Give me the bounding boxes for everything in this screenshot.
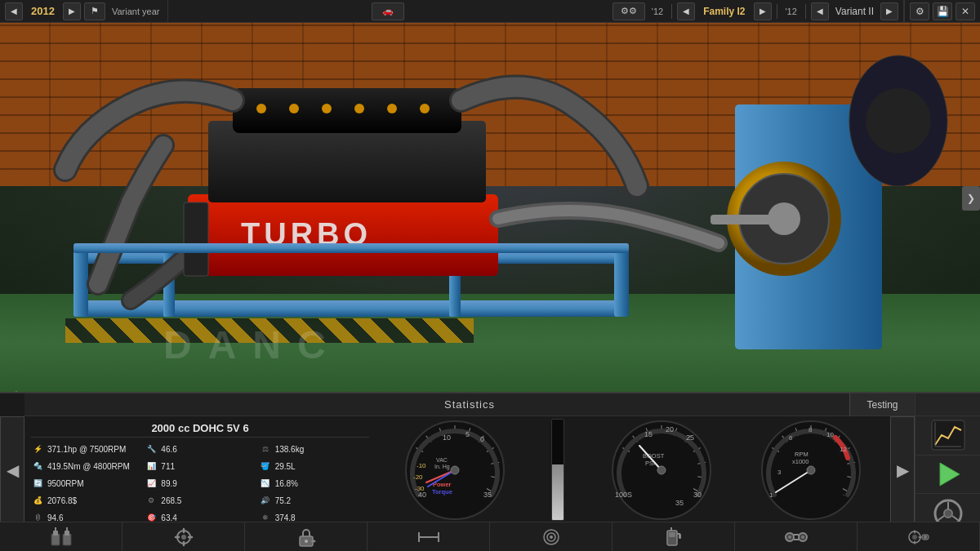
right-scroll-handle[interactable]: ❯ bbox=[962, 186, 980, 211]
separator2 bbox=[777, 4, 777, 19]
val1-value: 46.6 bbox=[161, 445, 176, 454]
svg-text:VAC: VAC bbox=[436, 457, 448, 463]
svg-text:-10: -10 bbox=[416, 462, 426, 469]
hp-icon: ⚡ bbox=[31, 442, 44, 455]
prev-year-btn[interactable]: ◀ bbox=[5, 2, 23, 20]
engine-icon bbox=[174, 527, 194, 547]
tab-dimensions[interactable] bbox=[368, 522, 490, 552]
tab-fuel[interactable] bbox=[612, 522, 735, 552]
separator1 bbox=[671, 4, 672, 19]
pistons-icon bbox=[50, 527, 73, 547]
svg-text:-20: -20 bbox=[413, 473, 423, 481]
graph-btn[interactable] bbox=[915, 416, 980, 455]
volume-icon: 🪣 bbox=[259, 460, 272, 473]
maxrpm-value: 9500RPM bbox=[47, 479, 83, 488]
svg-text:1: 1 bbox=[769, 491, 773, 499]
svg-text:x1000: x1000 bbox=[792, 458, 808, 465]
target-icon bbox=[541, 527, 561, 547]
graph-icon bbox=[930, 419, 966, 451]
spec-weight: ⚖ 138.6kg bbox=[259, 441, 369, 457]
tab-lock[interactable] bbox=[245, 522, 368, 552]
lock-icon bbox=[296, 527, 316, 547]
engine-title: 2000 cc DOHC 5V 6 bbox=[31, 420, 369, 438]
pct-value: 16.8% bbox=[275, 479, 298, 488]
family-section: ⚙⚙ '12 ◀ Family I2 ▶ '12 ◀ Variant II ▶ bbox=[608, 0, 904, 22]
svg-point-68 bbox=[807, 466, 815, 474]
svg-text:12: 12 bbox=[840, 446, 847, 453]
svg-rect-101 bbox=[679, 534, 681, 539]
boost-gauge: BOOST PSI 100S 15 20 25 30 35 bbox=[608, 417, 715, 523]
options-btn[interactable]: ⚑ bbox=[84, 2, 105, 20]
val2-icon: 📊 bbox=[145, 460, 158, 473]
svg-text:10: 10 bbox=[826, 431, 834, 438]
svg-text:3: 3 bbox=[777, 469, 782, 476]
spec-hp: ⚡ 371.1hp @ 7500RPM bbox=[31, 441, 141, 457]
tab-transmission[interactable] bbox=[735, 522, 858, 552]
bottom-panel: Statistics Testing ◀ ▶ 2000 cc DOHC 5V 6… bbox=[0, 392, 980, 551]
gear-btn[interactable]: ⚙ bbox=[910, 2, 929, 20]
save-btn[interactable]: 💾 bbox=[933, 2, 952, 20]
svg-point-25 bbox=[451, 466, 459, 474]
spec-eff: 📈 89.9 bbox=[145, 475, 255, 491]
spec-volume: 🪣 29.5L bbox=[259, 458, 369, 474]
prev-family-btn[interactable]: ◀ bbox=[677, 2, 695, 20]
maxrpm-icon: 🔄 bbox=[31, 477, 44, 490]
svg-text:Torque: Torque bbox=[432, 488, 452, 495]
right-nav-btn[interactable]: ▶ bbox=[890, 416, 915, 523]
power-torque-gauge: 40 10 5 0 35 VAC In. Hg -10 -20 -30 Powe… bbox=[402, 417, 508, 523]
injector-5 bbox=[387, 104, 397, 113]
svg-text:25: 25 bbox=[686, 433, 694, 442]
car-icon-section: 🚗 bbox=[168, 0, 607, 22]
spec-val2: 📊 711 bbox=[145, 458, 255, 474]
tab-bar bbox=[0, 522, 980, 551]
next-family-btn[interactable]: ▶ bbox=[754, 2, 772, 20]
next-variant-btn[interactable]: ▶ bbox=[880, 2, 898, 20]
rpm-gauge-svg: 1 3 6 8 10 12 · RPM x1000 bbox=[758, 417, 864, 523]
svg-text:100S: 100S bbox=[615, 491, 632, 499]
tab-info[interactable] bbox=[858, 522, 980, 552]
weight-value: 138.6kg bbox=[275, 445, 305, 454]
tab-engine[interactable] bbox=[122, 522, 245, 552]
svg-marker-91 bbox=[314, 540, 316, 543]
engine-nav-icon[interactable]: ⚙⚙ bbox=[612, 2, 645, 20]
stats-title: Statistics bbox=[444, 398, 495, 411]
oil-value: 94.6 bbox=[47, 513, 63, 522]
top-bar: ◀ 2012 ▶ ⚑ Variant year 🚗 ⚙⚙ '12 ◀ Famil… bbox=[0, 0, 980, 23]
power-bar-container bbox=[551, 419, 564, 521]
year-section: ◀ 2012 ▶ ⚑ Variant year bbox=[0, 0, 168, 22]
val2-value: 711 bbox=[161, 462, 175, 471]
injector-3 bbox=[322, 104, 332, 113]
boost-gauge-svg: BOOST PSI 100S 15 20 25 30 35 bbox=[608, 417, 715, 523]
power-bar-fill bbox=[552, 464, 564, 520]
car-icon-btn[interactable]: 🚗 bbox=[372, 2, 404, 20]
tab-pistons[interactable] bbox=[0, 522, 122, 552]
play-btn[interactable] bbox=[915, 455, 980, 495]
left-nav-btn[interactable]: ◀ bbox=[0, 416, 24, 523]
close-btn[interactable]: ✕ bbox=[956, 2, 975, 20]
svg-point-112 bbox=[924, 535, 927, 539]
svg-point-107 bbox=[788, 535, 791, 539]
spec-pct: 📉 16.8% bbox=[259, 475, 369, 491]
torque2-icon: ⚙ bbox=[145, 494, 158, 507]
pct-icon: 📉 bbox=[259, 477, 272, 490]
svg-text:10: 10 bbox=[443, 433, 451, 442]
eff-icon: 📈 bbox=[145, 477, 158, 490]
engine-specs-panel: 2000 cc DOHC 5V 6 ⚡ 371.1hp @ 7500RPM 🔧 … bbox=[24, 416, 376, 523]
injector-4 bbox=[354, 104, 364, 113]
tab-target[interactable] bbox=[490, 522, 612, 552]
svg-text:8: 8 bbox=[808, 426, 813, 433]
next-year-btn[interactable]: ▶ bbox=[63, 2, 81, 20]
torque-icon: 🔩 bbox=[31, 460, 44, 473]
variant-year-label: Variant year bbox=[109, 7, 163, 16]
sound-icon: 🔊 bbox=[259, 494, 272, 507]
svg-text:-30: -30 bbox=[415, 485, 425, 492]
svg-point-87 bbox=[181, 535, 186, 540]
prev-variant-btn[interactable]: ◀ bbox=[811, 2, 829, 20]
svg-rect-82 bbox=[53, 531, 58, 535]
svg-text:35: 35 bbox=[483, 491, 492, 499]
variant-label: Variant II bbox=[832, 6, 877, 17]
svg-text:RPM: RPM bbox=[795, 451, 808, 458]
timing-cover bbox=[184, 202, 208, 276]
fan-circle bbox=[866, 88, 931, 153]
top-support-beam bbox=[74, 243, 629, 253]
